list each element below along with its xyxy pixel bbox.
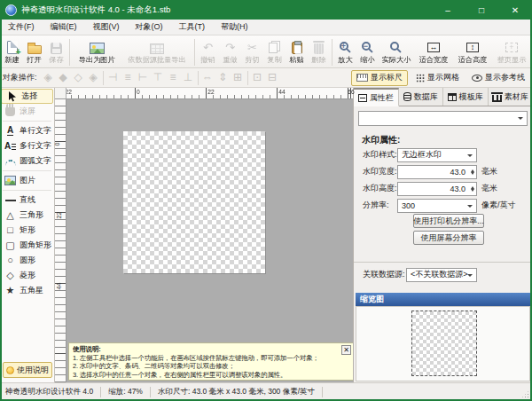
menu-file[interactable]: 文件(F) [0, 20, 43, 35]
tool-sidebar: 选择 滚屏 A单行文字 A多行文字 圆弧文字 图片 直线 [0, 88, 55, 382]
tool-rounded-rectangle[interactable]: ▢圆角矩形 [0, 238, 54, 253]
maximize-button[interactable]: □ [465, 0, 498, 20]
horizontal-ruler: -22 0 22 44 66 [66, 88, 353, 99]
tool-select[interactable]: 选择 [1, 89, 53, 104]
thumbnail-preview [411, 311, 477, 376]
info-close-icon[interactable]: ✕ [341, 345, 351, 355]
redo-icon: ↷ [225, 42, 235, 54]
bring-to-front-icon: ◈ [41, 72, 56, 83]
align-center-icon: ≡ [121, 72, 136, 83]
help-button[interactable]: 使用说明 [3, 362, 52, 378]
tool-diamond[interactable]: ◇菱形 [0, 268, 54, 283]
panel-tabs: 属性栏 数据库 模板库 素材库 [354, 88, 532, 106]
align-right-icon: ⊢ [136, 72, 151, 83]
height-label: 水印高度: [354, 183, 397, 194]
divider [3, 190, 51, 191]
app-window: 神奇透明水印设计软件 4.0 - 未命名1.stb – □ ✕ 文件(F) 编辑… [0, 0, 532, 401]
tool-pan: 滚屏 [0, 104, 54, 119]
line-icon [5, 200, 16, 201]
separator [103, 71, 104, 85]
datasource-select[interactable]: <不关联数据源> [406, 268, 477, 282]
save-icon [51, 43, 62, 54]
ungroup-icon: ⊟ [265, 72, 280, 83]
tool-triangle[interactable]: △三角形 [0, 208, 54, 223]
align-left-icon: ⊣ [106, 72, 121, 83]
canvas-area: -22 0 22 44 66 0 22 44 使用说明: 1. 左侧工具栏中选择… [55, 88, 353, 382]
stepper-arrows[interactable] [468, 166, 476, 178]
send-backward-icon: ◈ [86, 72, 101, 83]
show-guides-button[interactable]: 显示参考线 [467, 70, 529, 86]
vertical-ruler: 0 22 44 [55, 99, 66, 382]
watermark-properties-title: 水印属性: [362, 134, 400, 146]
delete-button: 删除 [308, 36, 330, 66]
watermark-page[interactable] [123, 131, 265, 273]
tool-arc-text[interactable]: 圆弧文字 [0, 153, 54, 169]
status-size: 水印尺寸: 43.0 毫米 x 43.0 毫米, 300 像素/英寸 [158, 387, 315, 397]
design-canvas[interactable]: 使用说明: 1. 左侧工具栏中选择一个功能后，在画布区域按住鼠标左键拖动，即可添… [66, 99, 353, 382]
stepper-arrows[interactable] [468, 183, 476, 195]
watermark-style-select[interactable]: 无边框水印 [397, 148, 477, 162]
tool-single-line-text[interactable]: A单行文字 [0, 123, 54, 138]
menu-tools[interactable]: 工具(T) [171, 20, 214, 35]
tab-templates[interactable]: 模板库 [443, 88, 489, 106]
show-ruler-button[interactable]: 显示标尺 [351, 70, 408, 86]
object-operations-label: 对象操作: [3, 72, 37, 83]
fit-width-button[interactable]: ↔适合宽度 [414, 36, 453, 66]
copy-icon [269, 43, 278, 53]
paste-button[interactable]: 粘贴 [286, 36, 308, 66]
tool-line[interactable]: 直线 [0, 193, 54, 208]
title-bar: 神奇透明水印设计软件 4.0 - 未命名1.stb – □ ✕ [0, 0, 532, 20]
undo-icon: ↶ [203, 42, 213, 54]
equal-width-icon: ⇔ [200, 72, 215, 83]
tab-properties[interactable]: 属性栏 [354, 88, 399, 106]
close-button[interactable]: ✕ [498, 0, 532, 20]
tool-rectangle[interactable]: □矩形 [0, 223, 54, 238]
export-image-icon [90, 43, 105, 54]
tab-database[interactable]: 数据库 [399, 88, 444, 106]
undo-button: ↶撤销 [197, 36, 219, 66]
height-unit: 毫米 [477, 183, 497, 194]
width-label: 水印宽度: [354, 166, 397, 177]
export-image-button[interactable]: 导出为图片 [72, 36, 121, 66]
tab-materials[interactable]: 素材库 [489, 88, 532, 106]
resolution-select[interactable]: 300 [397, 199, 477, 213]
redo-button: ↷重做 [219, 36, 241, 66]
zoom-in-button[interactable]: +放大 [334, 36, 356, 66]
minimize-button[interactable]: – [431, 0, 465, 20]
menu-help[interactable]: 帮助(H) [213, 20, 256, 35]
status-zoom: 缩放: 47% [108, 387, 143, 397]
resolution-label: 分辨率: [354, 200, 397, 211]
menu-edit[interactable]: 编辑(E) [43, 20, 85, 35]
show-grid-button[interactable]: 显示网格 [411, 70, 464, 86]
copy-button: 复制 [263, 36, 286, 66]
menu-object[interactable]: 对象(O) [128, 20, 171, 35]
separator [247, 71, 248, 85]
zoom-out-button[interactable]: −缩小 [356, 36, 379, 66]
width-unit: 毫米 [477, 166, 497, 177]
actual-size-button[interactable]: 实际大小 [379, 36, 414, 66]
tool-image[interactable]: 图片 [0, 173, 54, 188]
tool-star[interactable]: ★五角星 [0, 283, 54, 298]
resize-grip[interactable] [521, 390, 529, 398]
rounded-rect-icon: ▢ [4, 240, 16, 250]
watermark-height-stepper[interactable]: 43.0 [397, 182, 477, 196]
tool-circle[interactable]: ○圆形 [0, 253, 54, 268]
menu-view[interactable]: 视图(V) [85, 20, 128, 35]
new-button[interactable]: 新建 [1, 36, 23, 66]
separator [100, 387, 101, 397]
status-bar: 神奇透明水印设计软件 4.0 缩放: 47% 水印尺寸: 43.0 毫米 x 4… [0, 382, 532, 401]
open-button[interactable]: 打开 [23, 36, 45, 66]
use-printer-resolution-button[interactable]: 使用打印机分辨率... [413, 214, 484, 228]
toolbar-separator [69, 39, 70, 66]
send-to-back-icon: ◆ [56, 72, 71, 83]
datasource-label: 关联数据源: [354, 269, 406, 280]
watermark-width-stepper[interactable]: 43.0 [397, 165, 477, 179]
right-panel: 属性栏 数据库 模板库 素材库 水印属性: 水印样式: 无边框水印 水印宽度: … [353, 88, 532, 382]
fit-height-button[interactable]: ↕适合高度 [453, 36, 492, 66]
separator [198, 71, 199, 85]
tool-multi-line-text[interactable]: A多行文字 [0, 138, 54, 153]
use-screen-resolution-button[interactable]: 使用屏幕分辨率 [413, 231, 484, 245]
batch-export-icon [150, 43, 164, 54]
style-label: 水印样式: [354, 149, 397, 161]
object-selector-dropdown[interactable] [358, 111, 528, 126]
